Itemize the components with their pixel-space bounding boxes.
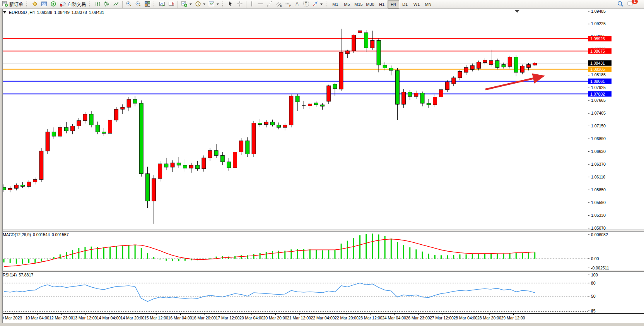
svg-text:80: 80 (591, 281, 596, 285)
fibonacci-button[interactable]: F (284, 0, 293, 9)
svg-text:14 Mar 20:00: 14 Mar 20:00 (121, 316, 145, 320)
data-window-button[interactable] (39, 0, 49, 9)
symbol-period: EURUSD-,H4 (9, 10, 35, 15)
svg-text:1.08185: 1.08185 (591, 72, 606, 77)
search-button[interactable] (615, 0, 625, 9)
macd-panel[interactable]: 0.0060320.00-0.002511 MACD(12,26,9) 0.00… (0, 232, 644, 270)
svg-text:24 Mar 04:00: 24 Mar 04:00 (382, 316, 406, 320)
line-chart-button[interactable] (111, 0, 121, 9)
auto-scroll-button[interactable] (157, 0, 167, 9)
tab-timeframe-h4[interactable]: H4 (388, 0, 399, 9)
tab-timeframe-h1[interactable]: H1 (376, 0, 388, 9)
zoom-in-button[interactable] (124, 0, 133, 9)
svg-text:1.08926: 1.08926 (590, 36, 605, 41)
toolbar-handle (26, 2, 29, 7)
svg-text:22 Mar 20:00: 22 Mar 20:00 (335, 316, 359, 320)
ohlc-low: 1.08378 (72, 10, 87, 15)
zoom-out-button[interactable] (133, 0, 143, 9)
svg-text:23 Mar 12:00: 23 Mar 12:00 (359, 316, 383, 320)
time-axis-canvas: 9 Mar 202310 Mar 04:0012 Mar 23:0013 Mar… (0, 314, 644, 323)
crosshair-button[interactable] (235, 0, 244, 9)
main-chart-canvas[interactable]: 1.094851.092251.089651.087051.084451.081… (0, 9, 644, 230)
svg-text:28 Mar 20:00: 28 Mar 20:00 (477, 316, 501, 320)
tab-timeframe-m5[interactable]: M5 (341, 0, 353, 9)
market-watch-icon (32, 1, 38, 8)
svg-text:1.08305: 1.08305 (590, 67, 605, 72)
strategy-tester-button[interactable] (49, 0, 58, 9)
svg-text:29 Mar 12:00: 29 Mar 12:00 (501, 316, 525, 320)
equidistant-channel-button[interactable]: E (274, 0, 284, 9)
toolbar: 新订单 自动交易 E F A T M1M5M15M30H1H4D1W1MN 1 (0, 0, 644, 9)
text-tool-button[interactable]: A (293, 0, 301, 9)
indicators-button[interactable] (179, 0, 193, 9)
trendline-button[interactable] (265, 0, 274, 9)
svg-text:20 Mar 04:00: 20 Mar 04:00 (239, 316, 263, 320)
crosshair-icon (237, 1, 243, 8)
bar-chart-button[interactable] (93, 0, 102, 9)
chat-button[interactable]: 1 (625, 0, 635, 9)
toolbar-separator (122, 1, 123, 8)
cursor-button[interactable] (226, 0, 235, 9)
toolbar-handle (154, 2, 156, 7)
equidistant-channel-icon: E (276, 1, 282, 8)
vertical-line-button[interactable] (248, 0, 256, 9)
svg-text:A: A (296, 1, 299, 7)
svg-text:1.07802: 1.07802 (590, 92, 605, 96)
text-label-icon: T (303, 1, 309, 8)
svg-text:22 Mar 04:00: 22 Mar 04:00 (311, 316, 335, 320)
horizontal-line-button[interactable] (256, 0, 265, 9)
fibonacci-icon: F (285, 1, 291, 8)
chart-title: EURUSD-,H4 1.08388 1.08449 1.08378 1.084… (3, 10, 104, 15)
strategy-tester-icon (50, 1, 56, 8)
text-label-button[interactable]: T (301, 0, 311, 9)
svg-text:0.006032: 0.006032 (591, 232, 608, 237)
collapse-triangle-icon (3, 11, 6, 14)
periods-clock-icon (195, 1, 201, 8)
svg-text:28 Mar 04:00: 28 Mar 04:00 (454, 316, 478, 320)
data-window-icon (41, 1, 47, 8)
macd-main-value: 0.001544 (33, 232, 50, 237)
line-chart-icon (113, 1, 119, 8)
market-watch-button[interactable] (30, 0, 39, 9)
templates-button[interactable] (207, 0, 220, 9)
time-axis[interactable]: 9 Mar 202310 Mar 04:0012 Mar 23:0013 Mar… (0, 313, 644, 323)
tile-windows-icon (144, 1, 150, 8)
chevron-down-icon (203, 3, 205, 5)
tab-timeframe-m1[interactable]: M1 (330, 0, 341, 9)
arrows-tool-button[interactable] (311, 0, 324, 9)
rsi-value: 57.8817 (19, 273, 33, 277)
toolbar-separator (246, 1, 246, 8)
chart-shift-button[interactable] (167, 0, 176, 9)
auto-scroll-icon (159, 1, 165, 8)
svg-text:50: 50 (591, 294, 596, 299)
rsi-panel[interactable]: 1008050150 RSI(14) 57.8817 (0, 272, 644, 313)
rsi-name: RSI(14) (3, 273, 17, 277)
candlestick-chart-button[interactable] (102, 0, 111, 9)
autotrading-label: 自动交易 (67, 1, 86, 8)
svg-text:1.08061: 1.08061 (590, 79, 605, 84)
tile-windows-button[interactable] (143, 0, 152, 9)
periods-button[interactable] (193, 0, 207, 9)
svg-text:16 Mar 04:00: 16 Mar 04:00 (168, 316, 192, 320)
svg-text:12 Mar 23:00: 12 Mar 23:00 (49, 316, 73, 320)
main-chart-panel[interactable]: 1.094851.092251.089651.087051.084451.081… (0, 9, 644, 230)
tab-timeframe-m15[interactable]: M15 (353, 0, 364, 9)
new-order-button[interactable]: 新订单 (0, 0, 25, 9)
svg-text:9 Mar 2023: 9 Mar 2023 (2, 316, 22, 320)
timeframe-group: M1M5M15M30H1H4D1W1MN (330, 0, 434, 9)
rsi-label: RSI(14) 57.8817 (3, 273, 33, 277)
tab-timeframe-w1[interactable]: W1 (411, 0, 422, 9)
svg-text:1.06110: 1.06110 (591, 175, 605, 179)
tab-timeframe-m30[interactable]: M30 (364, 0, 376, 9)
svg-text:13 Mar 12:00: 13 Mar 12:00 (73, 316, 97, 320)
svg-text:F: F (289, 4, 291, 7)
autotrading-button[interactable]: 自动交易 (58, 0, 87, 9)
tab-timeframe-d1[interactable]: D1 (399, 0, 411, 9)
zoom-out-icon (135, 1, 141, 8)
rsi-canvas[interactable]: 1008050150 (0, 272, 644, 313)
macd-canvas[interactable]: 0.0060320.00-0.002511 (0, 232, 644, 270)
tab-timeframe-mn[interactable]: MN (422, 0, 434, 9)
candlestick-chart-icon (104, 1, 110, 8)
text-tool-icon: A (294, 1, 300, 8)
macd-label: MACD(12,26,9) 0.001544 0.001557 (3, 232, 69, 237)
